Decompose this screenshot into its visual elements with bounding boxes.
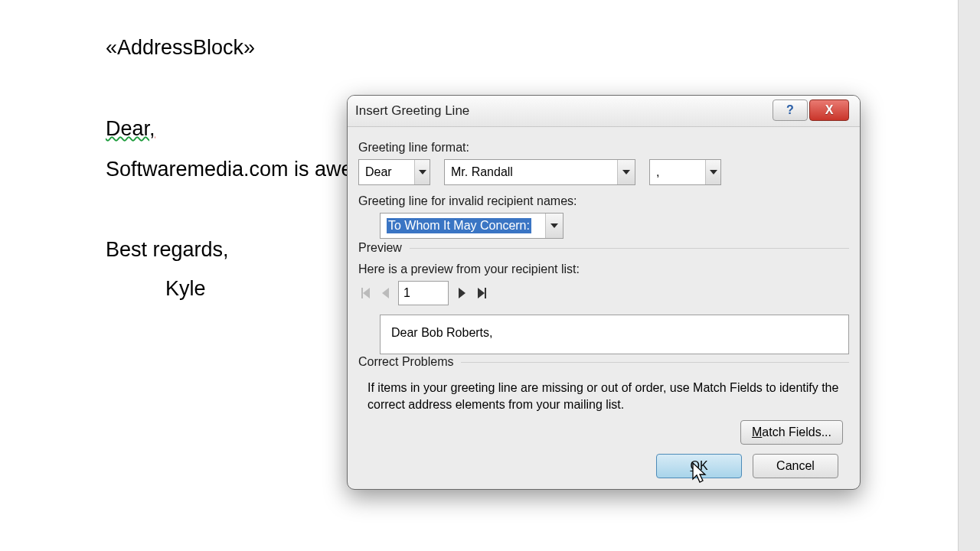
close-icon: X <box>825 103 834 117</box>
invalid-recipient-value: To Whom It May Concern: <box>381 214 545 238</box>
record-number-input[interactable] <box>398 281 449 305</box>
chevron-down-icon <box>617 160 635 184</box>
name-format-combo[interactable]: Mr. Randall <box>444 159 635 185</box>
merge-field-addressblock: «AddressBlock» <box>106 36 255 60</box>
invalid-recipient-label: Greeting line for invalid recipient name… <box>358 194 849 208</box>
correct-problems-help: If items in your greeting line are missi… <box>358 380 849 412</box>
next-record-button[interactable] <box>455 282 469 304</box>
chevron-down-icon <box>545 214 563 238</box>
last-record-button[interactable] <box>475 282 488 304</box>
invalid-recipient-combo[interactable]: To Whom It May Concern: <box>380 213 564 239</box>
doc-closing: Best regards, <box>106 238 229 262</box>
doc-signature: Kyle <box>165 277 206 301</box>
name-format-value: Mr. Randall <box>445 160 617 184</box>
preview-header: Preview <box>358 241 410 254</box>
punctuation-value: , <box>650 160 705 184</box>
preview-text: Dear Bob Roberts, <box>391 326 493 339</box>
preview-box: Dear Bob Roberts, <box>380 315 849 354</box>
chevron-down-icon <box>705 160 720 184</box>
dialog-title: Insert Greeting Line <box>348 103 469 119</box>
help-button[interactable]: ? <box>773 99 808 121</box>
salutation-combo[interactable]: Dear <box>358 159 430 185</box>
close-button[interactable]: X <box>809 99 849 121</box>
greeting-format-label: Greeting line format: <box>358 141 849 155</box>
chevron-down-icon <box>414 160 430 184</box>
insert-greeting-line-dialog: Insert Greeting Line ? X Greeting line f… <box>347 95 861 490</box>
doc-greeting: Dear, <box>106 117 155 141</box>
preview-section: Preview <box>358 248 849 266</box>
match-fields-button[interactable]: Match Fields... <box>740 420 843 445</box>
correct-problems-header: Correct Problems <box>358 355 461 368</box>
cancel-button[interactable]: Cancel <box>753 454 838 478</box>
correct-problems-section: Correct Problems <box>358 362 849 380</box>
vertical-scrollbar[interactable] <box>958 0 980 551</box>
first-record-button[interactable] <box>358 282 372 304</box>
ok-button[interactable]: OK <box>656 454 742 478</box>
help-icon: ? <box>786 103 794 117</box>
dialog-titlebar[interactable]: Insert Greeting Line ? X <box>348 96 860 127</box>
salutation-value: Dear <box>359 160 414 184</box>
prev-record-button[interactable] <box>378 282 392 304</box>
punctuation-combo[interactable]: , <box>649 159 721 185</box>
